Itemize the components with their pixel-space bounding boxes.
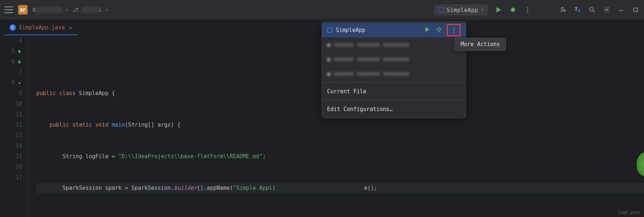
code-line: public static void main(String[] args) { [36,120,644,130]
popup-item-current-file[interactable]: Current File [322,84,466,99]
ai-gutter-icon[interactable]: ✦ [17,81,22,86]
line-number: 17 [16,172,22,183]
run-config-label: SimpleApp [447,7,478,13]
code-line: Dataset<String> logData = spark.read().t… [36,214,644,217]
application-icon [327,28,332,33]
divider: | [416,27,419,33]
breadcrumb-item[interactable]: bxxxxxxxx [33,7,62,13]
application-icon [439,7,444,12]
svg-point-0 [511,8,514,11]
debug-icon[interactable] [509,6,517,14]
line-number: 15 [16,151,22,162]
debug-icon[interactable] [435,26,443,34]
line-number: 16 [16,162,22,172]
translate-icon[interactable] [574,6,582,14]
gear-icon[interactable] [603,6,611,14]
popup-item-obscured[interactable]: ●xxxxxx xxxxxxx xxxxxxxx [322,66,466,81]
separator [322,100,466,101]
popup-item-obscured[interactable]: ●xxxxxx xxxxxxx xxxxxxxx [322,52,466,66]
svg-point-2 [590,7,593,11]
tab-simpleapp[interactable]: C SimpleApp.java ✕ [4,21,77,35]
main-menu-icon[interactable] [4,7,13,13]
breadcrumb[interactable]: bxxxxxxxx ▾ ⎇ xxxxxi ▾ [33,7,108,13]
vcs-branch-icon[interactable]: ⎇ [72,7,78,13]
watermark: CSDN @许忆 [618,210,640,216]
chevron-down-icon: ▾ [481,7,484,12]
run-icon[interactable] [494,6,502,14]
popup-item-simpleapp[interactable]: SimpleApp | [322,23,466,37]
line-number: 10 [16,99,22,109]
popup-item-edit-config[interactable]: Edit Configurations… [322,102,466,116]
svg-rect-4 [634,8,637,12]
more-icon[interactable] [523,6,531,14]
chevron-down-icon: ▾ [66,7,68,12]
tooltip-more-actions: More Actions [455,38,506,51]
line-number: 13 [16,130,22,141]
gutter: 4 5 6 7 8✦ 9 10 11 12 13 14 15 16 17 [0,36,29,217]
line-number: 8 [12,78,15,88]
line-number: 4 [19,36,22,46]
run-config-dropdown: SimpleApp | ●xxxxxx xxxxxxx xxxxxxxx ●xx… [322,21,466,118]
project-badge[interactable]: BF [18,5,28,15]
minimize-icon[interactable] [617,6,625,14]
separator [322,82,466,83]
code-line: String logFile = "D:\\IdeaProjects\\base… [36,151,644,162]
svg-point-3 [606,9,608,11]
tab-filename: SimpleApp.java [19,24,65,31]
popup-item-label: SimpleApp [336,27,365,33]
run-gutter-icon[interactable] [17,49,22,54]
run-config-selector[interactable]: SimpleApp ▾ [434,4,488,16]
breadcrumb-item[interactable]: xxxxxi [82,7,102,13]
svg-point-1 [561,7,564,10]
popup-item-obscured[interactable]: ●xxxxxx xxxxxxx xxxxxxxx [322,37,466,52]
line-number: 14 [16,141,22,151]
line-number: 9 [19,88,22,99]
run-gutter-icon[interactable] [17,60,22,65]
code-with-me-icon[interactable] [559,6,567,14]
maximize-icon[interactable] [632,6,640,14]
svg-point-5 [437,28,440,31]
line-number: 5 [12,46,15,57]
chevron-down-icon: ▾ [105,7,108,12]
search-icon[interactable] [588,6,596,14]
line-number: 12 [16,120,22,130]
top-toolbar: BF bxxxxxxxx ▾ ⎇ xxxxxi ▾ SimpleApp ▾ [0,0,644,20]
close-icon[interactable]: ✕ [69,25,72,30]
code-line: SparkSession spark = SparkSession.builde… [36,183,644,193]
more-actions-button[interactable] [447,24,461,36]
line-number: 6 [12,57,15,67]
class-icon: C [9,24,16,31]
line-number: 7 [19,67,22,78]
line-number: 11 [16,109,22,120]
run-icon[interactable] [424,26,431,34]
